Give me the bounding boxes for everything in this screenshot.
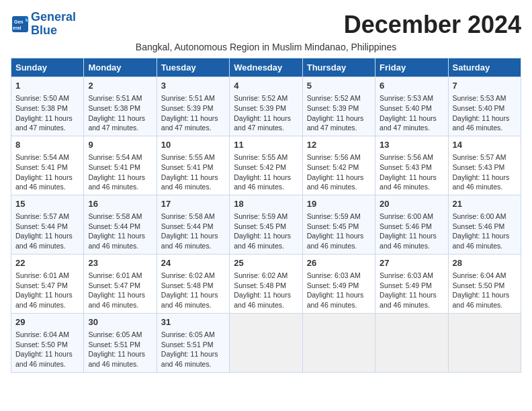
day-number: 1 <box>15 80 79 92</box>
day-number: 17 <box>161 198 225 210</box>
logo: Gen eral General Blue <box>11 11 76 38</box>
calendar-cell: 7Sunrise: 5:53 AMSunset: 5:40 PMDaylight… <box>448 77 521 136</box>
day-number: 14 <box>453 139 517 151</box>
header-tuesday: Tuesday <box>157 58 229 77</box>
day-info: Sunrise: 5:50 AMSunset: 5:38 PMDaylight:… <box>15 93 79 133</box>
day-number: 6 <box>380 80 443 92</box>
calendar-cell: 27Sunrise: 6:03 AMSunset: 5:49 PMDayligh… <box>375 254 448 313</box>
calendar-cell: 31Sunrise: 6:05 AMSunset: 5:51 PMDayligh… <box>157 313 229 372</box>
day-info: Sunrise: 6:05 AMSunset: 5:51 PMDaylight:… <box>161 330 225 369</box>
day-number: 26 <box>307 257 371 269</box>
day-info: Sunrise: 6:05 AMSunset: 5:51 PMDaylight:… <box>88 330 152 369</box>
header-sunday: Sunday <box>11 58 84 77</box>
day-info: Sunrise: 5:58 AMSunset: 5:44 PMDaylight:… <box>88 212 152 251</box>
calendar-cell: 10Sunrise: 5:55 AMSunset: 5:41 PMDayligh… <box>157 136 229 195</box>
day-number: 13 <box>380 139 443 151</box>
day-info: Sunrise: 5:54 AMSunset: 5:41 PMDaylight:… <box>88 152 152 192</box>
day-number: 10 <box>161 139 225 151</box>
day-number: 20 <box>380 198 443 210</box>
day-info: Sunrise: 6:01 AMSunset: 5:47 PMDaylight:… <box>88 271 152 310</box>
calendar-cell <box>375 313 448 372</box>
week-row-2: 8Sunrise: 5:54 AMSunset: 5:41 PMDaylight… <box>11 136 521 195</box>
calendar-cell: 17Sunrise: 5:58 AMSunset: 5:44 PMDayligh… <box>157 195 229 254</box>
day-info: Sunrise: 5:56 AMSunset: 5:42 PMDaylight:… <box>307 152 371 192</box>
day-number: 21 <box>453 198 517 210</box>
calendar-cell: 9Sunrise: 5:54 AMSunset: 5:41 PMDaylight… <box>84 136 157 195</box>
calendar-cell: 11Sunrise: 5:55 AMSunset: 5:42 PMDayligh… <box>230 136 302 195</box>
calendar-cell: 6Sunrise: 5:53 AMSunset: 5:40 PMDaylight… <box>375 77 448 136</box>
day-info: Sunrise: 5:58 AMSunset: 5:44 PMDaylight:… <box>161 212 225 251</box>
day-number: 7 <box>453 80 517 92</box>
day-info: Sunrise: 6:00 AMSunset: 5:46 PMDaylight:… <box>453 212 517 251</box>
day-info: Sunrise: 6:02 AMSunset: 5:48 PMDaylight:… <box>234 271 298 310</box>
calendar-cell: 8Sunrise: 5:54 AMSunset: 5:41 PMDaylight… <box>11 136 84 195</box>
day-number: 31 <box>161 316 225 328</box>
location-subtitle: Bangkal, Autonomous Region in Muslim Min… <box>11 42 521 52</box>
week-row-5: 29Sunrise: 6:04 AMSunset: 5:50 PMDayligh… <box>11 313 521 372</box>
calendar-cell: 28Sunrise: 6:04 AMSunset: 5:50 PMDayligh… <box>448 254 521 313</box>
day-number: 24 <box>161 257 225 269</box>
day-number: 12 <box>307 139 371 151</box>
day-info: Sunrise: 5:55 AMSunset: 5:41 PMDaylight:… <box>161 152 225 192</box>
calendar-cell <box>302 313 375 372</box>
svg-text:eral: eral <box>13 26 21 30</box>
calendar-cell: 29Sunrise: 6:04 AMSunset: 5:50 PMDayligh… <box>11 313 84 372</box>
calendar-cell: 21Sunrise: 6:00 AMSunset: 5:46 PMDayligh… <box>448 195 521 254</box>
day-number: 9 <box>88 139 152 151</box>
day-number: 3 <box>161 80 225 92</box>
svg-text:Gen: Gen <box>14 19 24 24</box>
day-info: Sunrise: 5:59 AMSunset: 5:45 PMDaylight:… <box>234 212 298 251</box>
month-title-section: December 2024 <box>344 11 521 39</box>
day-info: Sunrise: 5:52 AMSunset: 5:39 PMDaylight:… <box>307 93 371 133</box>
day-number: 22 <box>15 257 79 269</box>
day-info: Sunrise: 5:59 AMSunset: 5:45 PMDaylight:… <box>307 212 371 251</box>
day-info: Sunrise: 6:03 AMSunset: 5:49 PMDaylight:… <box>380 271 443 310</box>
day-number: 16 <box>88 198 152 210</box>
calendar-table: SundayMondayTuesdayWednesdayThursdayFrid… <box>11 58 521 373</box>
day-number: 5 <box>307 80 371 92</box>
day-info: Sunrise: 6:03 AMSunset: 5:49 PMDaylight:… <box>307 271 371 310</box>
calendar-cell: 20Sunrise: 6:00 AMSunset: 5:46 PMDayligh… <box>375 195 448 254</box>
header-friday: Friday <box>375 58 448 77</box>
calendar-cell: 4Sunrise: 5:52 AMSunset: 5:39 PMDaylight… <box>230 77 302 136</box>
calendar-cell: 26Sunrise: 6:03 AMSunset: 5:49 PMDayligh… <box>302 254 375 313</box>
header-wednesday: Wednesday <box>230 58 302 77</box>
calendar-cell: 5Sunrise: 5:52 AMSunset: 5:39 PMDaylight… <box>302 77 375 136</box>
day-number: 19 <box>307 198 371 210</box>
day-info: Sunrise: 5:57 AMSunset: 5:43 PMDaylight:… <box>453 152 517 192</box>
day-info: Sunrise: 5:56 AMSunset: 5:43 PMDaylight:… <box>380 152 443 192</box>
calendar-header-row: SundayMondayTuesdayWednesdayThursdayFrid… <box>11 58 521 77</box>
day-info: Sunrise: 5:57 AMSunset: 5:44 PMDaylight:… <box>15 212 79 251</box>
header-saturday: Saturday <box>448 58 521 77</box>
logo-text: General Blue <box>31 11 76 38</box>
day-number: 27 <box>380 257 443 269</box>
header-thursday: Thursday <box>302 58 375 77</box>
day-info: Sunrise: 5:51 AMSunset: 5:38 PMDaylight:… <box>88 93 152 133</box>
calendar-cell: 3Sunrise: 5:51 AMSunset: 5:39 PMDaylight… <box>157 77 229 136</box>
day-info: Sunrise: 5:53 AMSunset: 5:40 PMDaylight:… <box>453 93 517 133</box>
logo-line2: Blue <box>31 24 57 37</box>
day-info: Sunrise: 6:04 AMSunset: 5:50 PMDaylight:… <box>15 330 79 369</box>
day-info: Sunrise: 6:02 AMSunset: 5:48 PMDaylight:… <box>161 271 225 310</box>
calendar-cell: 18Sunrise: 5:59 AMSunset: 5:45 PMDayligh… <box>230 195 302 254</box>
calendar-cell: 16Sunrise: 5:58 AMSunset: 5:44 PMDayligh… <box>84 195 157 254</box>
calendar-cell: 2Sunrise: 5:51 AMSunset: 5:38 PMDaylight… <box>84 77 157 136</box>
calendar-cell: 1Sunrise: 5:50 AMSunset: 5:38 PMDaylight… <box>11 77 84 136</box>
calendar-cell: 19Sunrise: 5:59 AMSunset: 5:45 PMDayligh… <box>302 195 375 254</box>
day-info: Sunrise: 5:55 AMSunset: 5:42 PMDaylight:… <box>234 152 298 192</box>
calendar-cell: 24Sunrise: 6:02 AMSunset: 5:48 PMDayligh… <box>157 254 229 313</box>
logo-line1: General <box>31 10 76 24</box>
day-info: Sunrise: 5:54 AMSunset: 5:41 PMDaylight:… <box>15 152 79 192</box>
day-number: 4 <box>234 80 298 92</box>
day-info: Sunrise: 6:04 AMSunset: 5:50 PMDaylight:… <box>453 271 517 310</box>
week-row-3: 15Sunrise: 5:57 AMSunset: 5:44 PMDayligh… <box>11 195 521 254</box>
day-info: Sunrise: 5:53 AMSunset: 5:40 PMDaylight:… <box>380 93 443 133</box>
header-monday: Monday <box>84 58 157 77</box>
day-info: Sunrise: 5:52 AMSunset: 5:39 PMDaylight:… <box>234 93 298 133</box>
calendar-body: 1Sunrise: 5:50 AMSunset: 5:38 PMDaylight… <box>11 77 521 373</box>
day-number: 30 <box>88 316 152 328</box>
calendar-cell <box>448 313 521 372</box>
calendar-cell: 25Sunrise: 6:02 AMSunset: 5:48 PMDayligh… <box>230 254 302 313</box>
day-number: 15 <box>15 198 79 210</box>
calendar-cell: 12Sunrise: 5:56 AMSunset: 5:42 PMDayligh… <box>302 136 375 195</box>
